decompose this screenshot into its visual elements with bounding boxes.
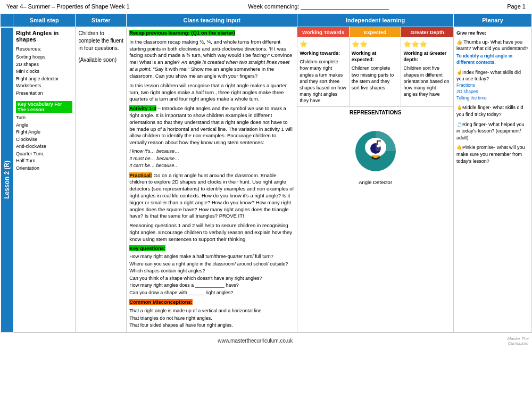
- svg-rect-6: [377, 140, 378, 145]
- page-wrapper: Year 4– Summer – Properties of Shape Wee…: [0, 0, 532, 349]
- exp-content: ⭐⭐ Working at expected: Children complet…: [350, 37, 402, 106]
- practical-block: Practical: Go on a right angle hunt arou…: [129, 172, 294, 220]
- small-step-title: Right Angles in shapes: [16, 30, 73, 43]
- exp-text: Children complete two missing parts to t…: [352, 65, 399, 91]
- independent-cell: Working Towards Expected Greater Depth ⭐…: [297, 27, 454, 332]
- brand-logo: Master TheCurriculum: [508, 336, 529, 346]
- starter-text2: (Available soon): [78, 56, 123, 64]
- plenary-intro: Give me five:: [456, 30, 529, 37]
- week-commencing: Week commencing: _______________________…: [248, 3, 389, 10]
- small-step-cell: Right Angles in shapes Resources: Sortin…: [13, 27, 76, 332]
- misconceptions-label: Common Misconceptions:: [129, 299, 193, 305]
- independent-header: Independent learning: [297, 14, 454, 27]
- stem-sentences: I know it's… because… It must be… becaus…: [129, 148, 294, 170]
- wt-text: Children complete how many right angles …: [300, 59, 347, 104]
- teaching-header: Class teaching input: [127, 14, 297, 27]
- main-table: Small step Starter Class teaching input …: [0, 13, 532, 332]
- telling-time: Telling the time: [456, 95, 529, 102]
- page-number: Page 1: [507, 3, 526, 10]
- plenary-cell: Give me five: 👍 Thumbs up- What have you…: [454, 27, 532, 332]
- key-questions-list: How many right angles make a half turn/t…: [129, 253, 294, 296]
- starter-header: Starter: [76, 14, 127, 27]
- lesson-label: Lesson 2 (R): [1, 27, 13, 332]
- index-section: ☝️Index finger- What skills did you use …: [456, 69, 529, 102]
- wt-header: Working Towards: [297, 27, 350, 37]
- exp-header: Expected: [350, 27, 402, 37]
- lesson-header: [1, 14, 13, 27]
- gd-text: Children sort five shapes in different o…: [403, 65, 451, 97]
- recap-label: Recap previous learning: (Q1 on the star…: [129, 30, 235, 36]
- ring-section: 💍Ring finger- What helped you in today's…: [456, 121, 529, 142]
- fractions: Fractions: [456, 82, 529, 89]
- activity1: Activity 1-3 – Introduce right angles an…: [129, 105, 294, 146]
- plenary-header: Plenary: [454, 14, 532, 27]
- wt-label: Working towards:: [300, 50, 347, 56]
- angle-detector-label: Angle Detector: [300, 179, 451, 185]
- ring-text: 💍Ring finger- What helped you in today's…: [456, 121, 529, 142]
- indep-content: ⭐ Working towards: Children complete how…: [297, 37, 453, 106]
- index-text: ☝️Index finger- What skills did you use …: [456, 69, 529, 82]
- middle-text: 🖕Middle finger- What skills did you find…: [456, 104, 529, 118]
- main-content-row: Lesson 2 (R) Right Angles in shapes Reso…: [1, 27, 532, 332]
- page-title: Year 4– Summer – Properties of Shape Wee…: [6, 3, 130, 10]
- misconceptions-list: That a right angle is made up of a verti…: [129, 307, 294, 329]
- vocab-list: TurnAngleRight AngleClockwiseAnti-clockw…: [16, 114, 73, 172]
- key-q-label: Key questions:: [129, 245, 165, 251]
- wt-content: ⭐ Working towards: Children complete how…: [297, 37, 350, 106]
- thumb-text: 👍 Thumbs up- What have you learnt? What …: [456, 39, 529, 52]
- starter-cell: Children to complete the fluent in four …: [76, 27, 127, 332]
- header-row: Small step Starter Class teaching input …: [1, 14, 532, 27]
- footer: www.masterthecurriculum.co.uk Master The…: [0, 332, 532, 349]
- middle-section: 🖕Middle finger- What skills did you find…: [456, 104, 529, 118]
- resources-label: Resources:: [16, 46, 73, 52]
- teaching-cell: Recap previous learning: (Q1 on the star…: [127, 27, 297, 332]
- pinkie-section: 🤙Pinkie promise- What will you make sure…: [456, 144, 529, 164]
- thumb-section: 👍 Thumbs up- What have you learnt? What …: [456, 39, 529, 66]
- pinkie-text: 🤙Pinkie promise- What will you make sure…: [456, 144, 529, 164]
- gd-label: Working at Greater depth:: [403, 50, 451, 63]
- small-step-header: Small step: [13, 14, 76, 27]
- top-bar: Year 4– Summer – Properties of Shape Wee…: [0, 0, 532, 13]
- indep-sub-headers: Working Towards Expected Greater Depth: [297, 27, 453, 37]
- two-d-shapes: 2D shapes: [456, 89, 529, 95]
- representations-area: REPRESENTATIONS: [297, 106, 453, 188]
- angle-detector-svg: [344, 118, 408, 177]
- starter-text1: Children to complete the fluent in four …: [78, 30, 123, 52]
- para2: Reasoning questions 1 and 2 will help to…: [129, 222, 294, 243]
- para1: In this lesson children will recognise t…: [129, 82, 294, 103]
- exp-label: Working at expected:: [352, 50, 399, 63]
- resources-list: Sorting hoops2D shapesMini clocksRight a…: [16, 54, 73, 97]
- footer-url: www.masterthecurriculum.co.uk: [218, 338, 293, 344]
- gd-header: Greater Depth: [401, 27, 453, 37]
- rep-label: REPRESENTATIONS: [300, 110, 451, 115]
- gd-content: ⭐⭐⭐ Working at Greater depth: Children s…: [401, 37, 453, 106]
- key-vocab-label: Key Vocabulary For The Lesson:: [16, 101, 73, 113]
- identify-text: To identify a right angle in different c…: [456, 53, 529, 66]
- recap-text: In the classroom recap making ½, ¼, and …: [129, 39, 294, 80]
